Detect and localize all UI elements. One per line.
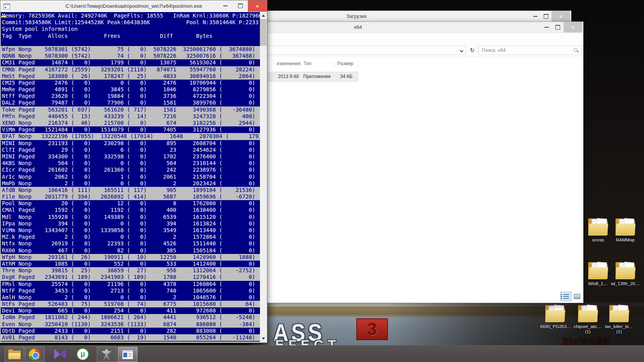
console-row: File Nonp 2031779 ( 394) 2026092 ( 414) … [1,193,260,200]
console-header-line: Commit:5834580K Limit:12544528K Peak:664… [2,19,260,26]
console-row: MZ.k Paged 2 ( 0) 0 ( 0) 2 1572864 ( 0) [2,234,260,240]
console-row: AmlH Nonp 2 ( 0) 0 ( 0) 2 1048576 ( 0) [2,294,260,301]
folder-icon [587,217,609,236]
desktop-icon-rammap[interactable]: RAMMap [610,217,640,243]
starcraft-icon [101,349,112,360]
console-row: MmRe Paged 4891 ( 0) 3845 ( 0) 1046 8279… [2,86,260,93]
console-row: DAL2 Paged 79487 ( 0) 77906 ( 0) 1581 38… [2,99,260,106]
close-button[interactable]: × [551,11,570,21]
console-row: 4KBS Nonp 564 ( 0) 0 ( 0) 564 2310144 ( … [2,160,260,167]
desktop-icon-lan-killer[interactable]: lan_killer_bi… (1) [604,303,634,334]
close-button[interactable]: × [564,22,582,32]
thumbnails-view-button[interactable] [572,292,582,301]
folder-icon [544,303,566,323]
folder-icon [614,261,636,280]
column-header-size[interactable]: Размер [337,61,353,66]
scroll-up-button[interactable] [260,12,267,19]
taskbar-utorrent-button[interactable]: µ [73,347,92,361]
folder-icon [587,261,609,280]
folder-icon [614,217,636,236]
console-row: Thre Nonp 39815 ( 25) 38859 ( 27) 956 13… [1,267,260,274]
console-row: FMsl Nonp 25574 ( 0) 21196 ( 0) 4378 126… [2,281,260,287]
scrollbar-thumb[interactable] [260,19,267,46]
address-dropdown-button[interactable] [457,46,465,55]
details-view-button[interactable] [560,292,571,301]
console-header-line: System pool information [2,26,260,32]
console-row: Ntfx Nonp 26919 ( 0) 22393 ( 0) 4526 151… [2,240,260,247]
refresh-button[interactable]: ↻ [467,46,477,55]
console-row: NDNB Nonp 5078300 (5742) 74 ( 0) 5078226… [1,53,260,59]
folder-icon [577,303,599,323]
column-header-type[interactable]: Тип [304,61,311,66]
taskbar-chrome-button[interactable] [25,347,44,362]
maximize-button[interactable] [541,11,551,21]
console-row: MINI Nonp 231193 ( 0) 230298 ( 0) 895 26… [2,140,260,147]
x64-window-title: x64 [350,24,366,30]
thumbnails-view-icon [574,294,580,299]
taskbar-file-explorer-button[interactable] [5,347,24,362]
file-explorer-icon [8,350,21,360]
console-window-icon [122,350,133,359]
console-row: ClfI Paged 29 ( 0) 6 ( 0) 23 2454624 ( 0… [2,147,260,153]
column-separator[interactable] [334,61,334,67]
desktop-icon-procexp[interactable]: ocexp [583,217,613,243]
close-button[interactable]: × [248,0,267,12]
console-row: CM25 Paged 2476 ( 0) 0 ( 0) 2476 1070694… [2,80,260,86]
minimize-button[interactable] [218,0,233,11]
minimize-button[interactable] [530,11,541,21]
console-row: AV01 Paged 8143 ( 0) 6603 ( 19) 1540 855… [1,334,260,341]
console-scrollbar[interactable] [260,12,267,342]
console-row: ArIc Nonp 2062 ( 0) 1 ( 0) 2061 2158704 … [2,174,260,180]
taskbar-kmplayer-button[interactable] [51,347,69,361]
console-titlebar[interactable]: C:\Users\Темир\Downloads\poolmon_win7\x6… [0,0,267,12]
console-row: Mdl Nonp 155928 ( 0) 149389 ( 0) 6539 16… [2,214,260,220]
scroll-down-button[interactable] [260,335,267,342]
console-row: Toke Paged 563201 ( 697) 561620 ( 717) 1… [1,106,260,113]
console-row: MmPb Nonp 2 ( 0) 0 ( 0) 2 2023424 ( 0) [2,180,260,187]
taskbar: µ × ENG 9:49 30.03.2013 [0,345,644,362]
file-modified-date: 2013 9:48 [278,74,299,79]
column-separator[interactable] [358,61,359,67]
console-row: IoNm Paged 1811062 ( 244) 1806621 ( 264)… [1,314,260,321]
search-input[interactable]: Поиск: x64 [478,46,581,55]
file-row-poolmon[interactable]: 2013 9:48 Приложение 34 КБ [268,72,358,82]
console-row: FMfn Paged 440455 ( 15) 433239 ( 14) 721… [1,113,260,120]
console-row: ViMm Paged 1521484 ( 0) 1514079 ( 0) 740… [2,126,260,133]
console-header-line: Memory: 7825936K Avail: 2492740K PageFlt… [2,12,260,19]
folder-icon [608,303,630,323]
console-row: CIcr Paged 261602 ( 0) 261360 ( 0) 242 2… [2,167,260,173]
console-output: Memory: 7825936K Avail: 2492740K PageFlt… [1,12,260,342]
taskbar-console-button[interactable] [118,347,137,362]
taskbar-starcraft-button[interactable] [97,347,116,362]
address-bar[interactable] [267,46,466,55]
console-row: Ntff Paged 23620 ( 0) 19884 ( 0) 3736 47… [2,93,260,99]
console-row: CM31 Paged 14874 ( 0) 1799 ( 0) 13075 56… [2,59,260,66]
console-row: AthM Nonp 1085 ( 0) 552 ( 0) 533 1412400… [2,261,260,267]
column-separator[interactable] [300,61,301,67]
column-header-modified[interactable]: изменения [277,61,300,66]
chrome-icon [29,349,41,360]
details-view-icon [563,294,569,299]
console-row: WfpH Nonp 203161 ( 26) 190911 ( 10) 1225… [1,254,260,261]
console-blank-line [2,39,260,46]
maximize-button[interactable] [552,22,563,32]
console-row: RX00 Nonp 467 ( 0) 82 ( 0) 385 1505184 (… [2,247,260,254]
console-row: CMAl Paged 1592 ( 0) 1192 ( 0) 400 16384… [2,207,260,213]
console-row: ViMm Nonp 1343407 ( 0) 1339858 ( 0) 3549… [2,227,260,234]
search-placeholder: Поиск: x64 [482,48,506,53]
console-row: MINI Paged 334300 ( 0) 332598 ( 0) 1702 … [2,153,260,160]
downloads-window-title: Загрузки [345,13,368,19]
console-row: Obtb Paged 2433 ( 0) 2151 ( 0) 282 88300… [2,328,260,334]
console-row: AfdB Nonp 166416 ( 111) 165511 ( 117) 90… [1,187,260,193]
desktop-icon-win8[interactable]: Win8_1… [583,261,613,286]
desktop-icon-chipset-atic[interactable]: chipset_atic… (1) [573,303,603,334]
desktop-icon-6690-pg353[interactable]: 6690_PG353… [540,303,570,329]
console-row: Even Nonp 3250410 (1130) 3243536 (1133) … [1,321,260,328]
maximize-button[interactable] [233,0,247,11]
search-icon [574,48,578,52]
console-row: MmSt Paged 183080 ( 26) 178247 ( 25) 483… [1,73,260,80]
desktop-icon-wl139h[interactable]: wl_139h_20… [610,261,640,286]
console-row: Wfpn Nonp 5078301 (5742) 75 ( 0) 5078226… [1,46,260,53]
minimize-button[interactable] [541,22,552,32]
console-row: BFAT Nonp 13222196 (17055) 13220548 (170… [1,133,260,140]
